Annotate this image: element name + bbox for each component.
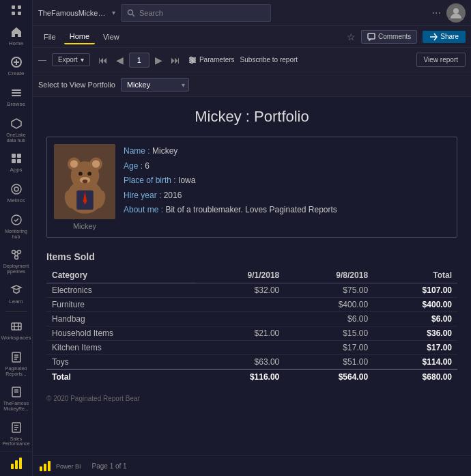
row-category: Kitchen Items (46, 341, 196, 355)
sidebar-item-create[interactable]: Create (0, 51, 33, 81)
menu-view[interactable]: View (98, 30, 125, 44)
sidebar-item-label: Deploymentpipelines (3, 264, 29, 274)
svg-rect-40 (19, 458, 22, 469)
export-chevron-icon: ▾ (81, 56, 84, 64)
topbar: TheFamousMickey... ▾ Search ··· (33, 0, 471, 26)
export-button[interactable]: Export ▾ (52, 53, 90, 66)
svg-rect-38 (11, 464, 14, 469)
sidebar-item-famous-mickey[interactable]: TheFamousMickeyRe... (0, 380, 33, 415)
report-content: Mickey : Portfolio (33, 97, 471, 456)
svg-rect-68 (48, 461, 51, 471)
app-name: TheFamousMickey... (38, 9, 106, 17)
svg-point-43 (453, 8, 459, 14)
row-d2: $400.00 (285, 298, 373, 312)
svg-point-41 (128, 10, 133, 14)
sidebar-item-deployment[interactable]: Deploymentpipelines (0, 243, 33, 278)
nav-prev-button[interactable]: ◀ (113, 53, 126, 67)
sidebar-item-apps[interactable]: Apps (0, 147, 33, 178)
parameters-button[interactable]: Parameters (188, 56, 235, 64)
sidebar-item-label: PaginatedReports... (5, 366, 27, 376)
svg-rect-0 (12, 5, 15, 9)
svg-rect-66 (40, 466, 42, 471)
row-d2: $15.00 (285, 326, 373, 341)
menu-home[interactable]: Home (64, 29, 95, 44)
sidebar-item-workspaces[interactable]: Workspaces (0, 315, 33, 346)
subscribe-button[interactable]: Subscribe to report (240, 56, 298, 64)
toolbar-dash: — (38, 55, 46, 65)
powerbi-logo-icon (8, 456, 25, 472)
sidebar-item-label: SalesPerformance (2, 436, 29, 447)
col-header-date2: 9/8/2018 (285, 268, 373, 283)
main-content: TheFamousMickey... ▾ Search ··· File Hom… (33, 0, 471, 476)
portfolio-dropdown[interactable]: Mickey Other (121, 78, 189, 92)
row-d2: $51.00 (285, 355, 373, 370)
favorite-star-icon[interactable]: ☆ (347, 31, 356, 42)
comment-icon (367, 33, 375, 41)
svg-point-18 (17, 251, 20, 254)
sidebar-item-label: OneLakedata hub (6, 132, 25, 143)
row-category: Toys (46, 355, 196, 370)
total-label: Total (46, 369, 196, 384)
apps-grid-icon[interactable] (0, 0, 33, 20)
nav-first-button[interactable]: ⏮ (96, 53, 111, 67)
svg-rect-7 (12, 89, 21, 91)
menubar: File Home View ☆ Comments Share (33, 26, 471, 48)
browse-icon (9, 85, 24, 100)
sidebar-item-label: Learn (9, 299, 23, 305)
row-d2: $75.00 (285, 283, 373, 298)
bottombar: Power BI Page 1 of 1 (33, 456, 471, 476)
sidebar-item-paginated-reports[interactable]: PaginatedReports... (0, 346, 33, 380)
sidebar-item-label: Workspaces (1, 335, 31, 341)
page-number-input[interactable] (129, 53, 149, 68)
topbar-right: ··· (432, 3, 466, 23)
paginated-reports-icon (9, 350, 24, 365)
more-options-icon[interactable]: ··· (432, 7, 441, 19)
svg-point-17 (12, 251, 15, 254)
row-d2: $6.00 (285, 312, 373, 326)
profile-photo (54, 144, 115, 219)
sidebar-item-label: Monitoringhub (5, 229, 27, 239)
menubar-actions: ☆ Comments Share (347, 30, 466, 44)
svg-point-61 (82, 179, 87, 183)
nav-last-button[interactable]: ⏭ (168, 53, 183, 67)
profile-hire: Hire year : 2016 (124, 188, 450, 204)
svg-rect-39 (15, 460, 18, 469)
table-row: Kitchen Items $17.00 $17.00 (46, 341, 457, 355)
sidebar-item-onelake[interactable]: OneLakedata hub (0, 112, 33, 147)
subscribe-label: Subscribe to report (240, 56, 298, 64)
svg-rect-13 (17, 159, 21, 163)
share-button[interactable]: Share (423, 31, 466, 43)
total-total: $680.00 (373, 369, 457, 384)
svg-point-49 (190, 57, 192, 59)
deployment-icon (9, 247, 24, 262)
search-placeholder: Search (139, 9, 163, 17)
row-total: $114.00 (373, 355, 457, 370)
portfolio-dropdown-wrapper: Mickey Other (121, 78, 189, 92)
svg-point-59 (87, 171, 91, 176)
svg-rect-11 (17, 154, 21, 158)
sidebar-item-browse[interactable]: Browse (0, 81, 33, 112)
sales-icon (9, 420, 24, 435)
app-chevron-icon[interactable]: ▾ (112, 9, 115, 16)
svg-point-15 (14, 187, 18, 191)
sidebar-item-monitoring[interactable]: Monitoringhub (0, 208, 33, 243)
sidebar-item-sales[interactable]: SalesPerformance (0, 416, 33, 451)
user-avatar[interactable] (446, 3, 466, 23)
sidebar-item-home[interactable]: Home (0, 20, 33, 51)
search-box[interactable]: Search (121, 4, 271, 22)
sidebar-item-label: TheFamousMickeyRe... (3, 401, 29, 411)
menu-file[interactable]: File (38, 30, 61, 44)
profile-about: About me : Bit of a troublemaker. Loves … (124, 203, 450, 218)
col-header-total: Total (373, 268, 457, 283)
sidebar-item-metrics[interactable]: Metrics (0, 178, 33, 208)
nav-next-button[interactable]: ▶ (152, 53, 165, 67)
row-total: $36.00 (373, 326, 457, 341)
view-report-button[interactable]: View report (416, 53, 466, 67)
row-category: Furniture (46, 298, 196, 312)
comments-button[interactable]: Comments (361, 30, 417, 44)
profile-name: Name : Mickey (124, 144, 450, 159)
row-d1 (196, 341, 285, 355)
sidebar-item-learn[interactable]: Learn (0, 279, 33, 309)
row-category: Electronics (46, 283, 196, 298)
page-info: Page 1 of 1 (92, 462, 127, 470)
